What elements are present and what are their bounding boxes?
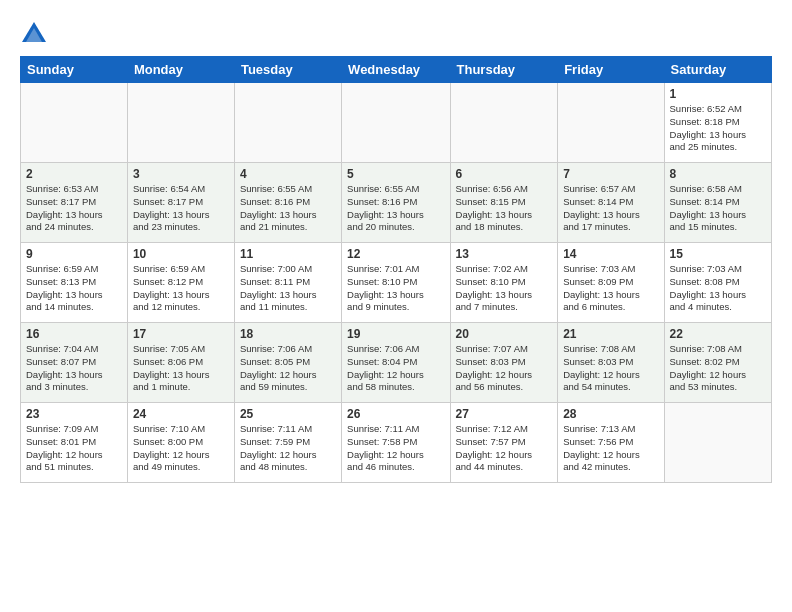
calendar-cell: 16Sunrise: 7:04 AM Sunset: 8:07 PM Dayli… bbox=[21, 323, 128, 403]
day-number: 1 bbox=[670, 87, 766, 101]
day-number: 26 bbox=[347, 407, 444, 421]
day-number: 15 bbox=[670, 247, 766, 261]
week-row-2: 2Sunrise: 6:53 AM Sunset: 8:17 PM Daylig… bbox=[21, 163, 772, 243]
day-info: Sunrise: 7:03 AM Sunset: 8:09 PM Dayligh… bbox=[563, 263, 658, 314]
day-number: 20 bbox=[456, 327, 553, 341]
calendar-cell: 25Sunrise: 7:11 AM Sunset: 7:59 PM Dayli… bbox=[234, 403, 341, 483]
day-info: Sunrise: 7:11 AM Sunset: 7:58 PM Dayligh… bbox=[347, 423, 444, 474]
week-row-3: 9Sunrise: 6:59 AM Sunset: 8:13 PM Daylig… bbox=[21, 243, 772, 323]
calendar-cell: 21Sunrise: 7:08 AM Sunset: 8:03 PM Dayli… bbox=[558, 323, 664, 403]
calendar-cell bbox=[450, 83, 558, 163]
calendar-cell: 8Sunrise: 6:58 AM Sunset: 8:14 PM Daylig… bbox=[664, 163, 771, 243]
calendar-cell: 23Sunrise: 7:09 AM Sunset: 8:01 PM Dayli… bbox=[21, 403, 128, 483]
day-info: Sunrise: 6:59 AM Sunset: 8:12 PM Dayligh… bbox=[133, 263, 229, 314]
weekday-header-friday: Friday bbox=[558, 57, 664, 83]
day-info: Sunrise: 7:06 AM Sunset: 8:04 PM Dayligh… bbox=[347, 343, 444, 394]
calendar-cell bbox=[558, 83, 664, 163]
day-info: Sunrise: 7:08 AM Sunset: 8:03 PM Dayligh… bbox=[563, 343, 658, 394]
day-number: 16 bbox=[26, 327, 122, 341]
calendar-cell: 14Sunrise: 7:03 AM Sunset: 8:09 PM Dayli… bbox=[558, 243, 664, 323]
weekday-header-saturday: Saturday bbox=[664, 57, 771, 83]
day-number: 3 bbox=[133, 167, 229, 181]
day-number: 9 bbox=[26, 247, 122, 261]
calendar-cell: 2Sunrise: 6:53 AM Sunset: 8:17 PM Daylig… bbox=[21, 163, 128, 243]
weekday-header-wednesday: Wednesday bbox=[342, 57, 450, 83]
day-info: Sunrise: 7:11 AM Sunset: 7:59 PM Dayligh… bbox=[240, 423, 336, 474]
calendar-cell: 4Sunrise: 6:55 AM Sunset: 8:16 PM Daylig… bbox=[234, 163, 341, 243]
day-number: 4 bbox=[240, 167, 336, 181]
day-number: 2 bbox=[26, 167, 122, 181]
week-row-1: 1Sunrise: 6:52 AM Sunset: 8:18 PM Daylig… bbox=[21, 83, 772, 163]
day-info: Sunrise: 6:52 AM Sunset: 8:18 PM Dayligh… bbox=[670, 103, 766, 154]
day-info: Sunrise: 7:03 AM Sunset: 8:08 PM Dayligh… bbox=[670, 263, 766, 314]
day-info: Sunrise: 7:02 AM Sunset: 8:10 PM Dayligh… bbox=[456, 263, 553, 314]
calendar-cell: 9Sunrise: 6:59 AM Sunset: 8:13 PM Daylig… bbox=[21, 243, 128, 323]
day-info: Sunrise: 7:12 AM Sunset: 7:57 PM Dayligh… bbox=[456, 423, 553, 474]
calendar-cell: 22Sunrise: 7:08 AM Sunset: 8:02 PM Dayli… bbox=[664, 323, 771, 403]
calendar-cell: 7Sunrise: 6:57 AM Sunset: 8:14 PM Daylig… bbox=[558, 163, 664, 243]
weekday-header-tuesday: Tuesday bbox=[234, 57, 341, 83]
day-info: Sunrise: 6:55 AM Sunset: 8:16 PM Dayligh… bbox=[347, 183, 444, 234]
calendar-cell bbox=[234, 83, 341, 163]
day-info: Sunrise: 7:13 AM Sunset: 7:56 PM Dayligh… bbox=[563, 423, 658, 474]
day-info: Sunrise: 7:07 AM Sunset: 8:03 PM Dayligh… bbox=[456, 343, 553, 394]
day-number: 7 bbox=[563, 167, 658, 181]
day-number: 28 bbox=[563, 407, 658, 421]
day-info: Sunrise: 6:55 AM Sunset: 8:16 PM Dayligh… bbox=[240, 183, 336, 234]
day-number: 17 bbox=[133, 327, 229, 341]
weekday-header-thursday: Thursday bbox=[450, 57, 558, 83]
day-info: Sunrise: 6:59 AM Sunset: 8:13 PM Dayligh… bbox=[26, 263, 122, 314]
day-info: Sunrise: 7:00 AM Sunset: 8:11 PM Dayligh… bbox=[240, 263, 336, 314]
logo bbox=[20, 20, 52, 48]
week-row-5: 23Sunrise: 7:09 AM Sunset: 8:01 PM Dayli… bbox=[21, 403, 772, 483]
day-info: Sunrise: 7:09 AM Sunset: 8:01 PM Dayligh… bbox=[26, 423, 122, 474]
calendar-cell: 27Sunrise: 7:12 AM Sunset: 7:57 PM Dayli… bbox=[450, 403, 558, 483]
day-number: 8 bbox=[670, 167, 766, 181]
calendar: SundayMondayTuesdayWednesdayThursdayFrid… bbox=[20, 56, 772, 483]
calendar-cell: 19Sunrise: 7:06 AM Sunset: 8:04 PM Dayli… bbox=[342, 323, 450, 403]
day-info: Sunrise: 7:08 AM Sunset: 8:02 PM Dayligh… bbox=[670, 343, 766, 394]
page: SundayMondayTuesdayWednesdayThursdayFrid… bbox=[0, 0, 792, 612]
day-number: 10 bbox=[133, 247, 229, 261]
day-number: 23 bbox=[26, 407, 122, 421]
calendar-cell: 11Sunrise: 7:00 AM Sunset: 8:11 PM Dayli… bbox=[234, 243, 341, 323]
day-number: 11 bbox=[240, 247, 336, 261]
calendar-cell: 28Sunrise: 7:13 AM Sunset: 7:56 PM Dayli… bbox=[558, 403, 664, 483]
calendar-cell: 1Sunrise: 6:52 AM Sunset: 8:18 PM Daylig… bbox=[664, 83, 771, 163]
day-number: 21 bbox=[563, 327, 658, 341]
calendar-cell: 17Sunrise: 7:05 AM Sunset: 8:06 PM Dayli… bbox=[127, 323, 234, 403]
day-info: Sunrise: 7:01 AM Sunset: 8:10 PM Dayligh… bbox=[347, 263, 444, 314]
day-number: 6 bbox=[456, 167, 553, 181]
day-number: 25 bbox=[240, 407, 336, 421]
day-number: 19 bbox=[347, 327, 444, 341]
day-number: 27 bbox=[456, 407, 553, 421]
weekday-header-row: SundayMondayTuesdayWednesdayThursdayFrid… bbox=[21, 57, 772, 83]
weekday-header-monday: Monday bbox=[127, 57, 234, 83]
day-info: Sunrise: 7:10 AM Sunset: 8:00 PM Dayligh… bbox=[133, 423, 229, 474]
day-info: Sunrise: 7:06 AM Sunset: 8:05 PM Dayligh… bbox=[240, 343, 336, 394]
day-number: 13 bbox=[456, 247, 553, 261]
weekday-header-sunday: Sunday bbox=[21, 57, 128, 83]
day-number: 22 bbox=[670, 327, 766, 341]
calendar-cell bbox=[342, 83, 450, 163]
calendar-cell: 18Sunrise: 7:06 AM Sunset: 8:05 PM Dayli… bbox=[234, 323, 341, 403]
calendar-cell: 13Sunrise: 7:02 AM Sunset: 8:10 PM Dayli… bbox=[450, 243, 558, 323]
day-number: 12 bbox=[347, 247, 444, 261]
calendar-cell: 26Sunrise: 7:11 AM Sunset: 7:58 PM Dayli… bbox=[342, 403, 450, 483]
calendar-cell: 24Sunrise: 7:10 AM Sunset: 8:00 PM Dayli… bbox=[127, 403, 234, 483]
calendar-cell bbox=[664, 403, 771, 483]
day-info: Sunrise: 6:57 AM Sunset: 8:14 PM Dayligh… bbox=[563, 183, 658, 234]
calendar-cell bbox=[127, 83, 234, 163]
day-info: Sunrise: 7:05 AM Sunset: 8:06 PM Dayligh… bbox=[133, 343, 229, 394]
day-number: 5 bbox=[347, 167, 444, 181]
calendar-cell: 15Sunrise: 7:03 AM Sunset: 8:08 PM Dayli… bbox=[664, 243, 771, 323]
calendar-cell: 20Sunrise: 7:07 AM Sunset: 8:03 PM Dayli… bbox=[450, 323, 558, 403]
calendar-cell: 3Sunrise: 6:54 AM Sunset: 8:17 PM Daylig… bbox=[127, 163, 234, 243]
day-number: 14 bbox=[563, 247, 658, 261]
day-info: Sunrise: 7:04 AM Sunset: 8:07 PM Dayligh… bbox=[26, 343, 122, 394]
calendar-cell: 10Sunrise: 6:59 AM Sunset: 8:12 PM Dayli… bbox=[127, 243, 234, 323]
calendar-cell: 12Sunrise: 7:01 AM Sunset: 8:10 PM Dayli… bbox=[342, 243, 450, 323]
logo-icon bbox=[20, 20, 48, 48]
day-info: Sunrise: 6:56 AM Sunset: 8:15 PM Dayligh… bbox=[456, 183, 553, 234]
calendar-cell: 6Sunrise: 6:56 AM Sunset: 8:15 PM Daylig… bbox=[450, 163, 558, 243]
